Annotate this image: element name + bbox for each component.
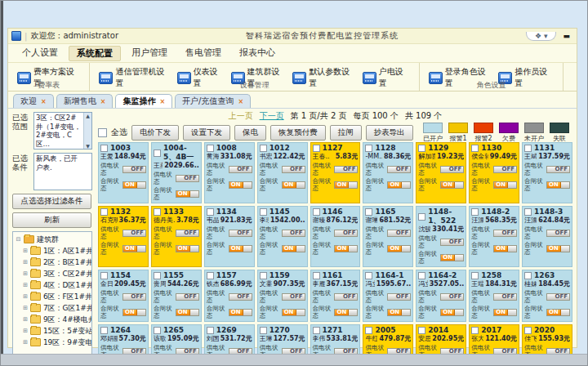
supply-toggle-off[interactable]: OFF [387, 230, 411, 237]
breaker-toggle-on[interactable]: ON [440, 309, 464, 316]
breaker-toggle-on[interactable]: ON [176, 309, 199, 316]
card-checkbox[interactable] [207, 145, 214, 152]
card-checkbox[interactable] [524, 208, 532, 216]
breaker-toggle-on[interactable]: ON [493, 181, 517, 189]
card-checkbox[interactable] [471, 145, 479, 152]
supply-toggle-off[interactable]: OFF [440, 239, 464, 246]
meter-reading-export-button[interactable]: 抄表导出 [366, 125, 413, 141]
expand-icon[interactable]: ⊞ [23, 302, 28, 314]
expand-icon[interactable]: ⊞ [23, 257, 28, 268]
card-checkbox[interactable] [100, 272, 108, 279]
supply-toggle-off[interactable]: OFF [546, 293, 570, 301]
card-checkbox[interactable] [260, 145, 267, 152]
pick-filter-conditions-button[interactable]: 点选选择过滤条件 [12, 194, 91, 209]
supply-toggle-off[interactable]: OFF [387, 293, 411, 301]
tab-new-vending[interactable]: 新增售电× [56, 94, 114, 108]
trip-breaker-button[interactable]: 拉闸 [330, 125, 362, 141]
supply-toggle-off[interactable]: OFF [176, 293, 199, 301]
collapse-icon[interactable]: ⊟ [16, 234, 21, 245]
supply-toggle-off[interactable]: OFF [122, 293, 146, 301]
supply-toggle-off[interactable]: OFF [334, 166, 358, 173]
supply-toggle-off[interactable]: OFF [493, 293, 517, 301]
select-all-checkbox[interactable] [98, 128, 107, 137]
breaker-toggle-on[interactable]: ON [493, 245, 517, 252]
supply-toggle-off[interactable]: OFF [334, 230, 358, 237]
tab-close-icon[interactable]: × [238, 98, 243, 105]
prev-page-link[interactable]: 上一页 [229, 110, 253, 122]
tab-account-recharge-query[interactable]: 开户/充值查询× [175, 94, 251, 108]
card-checkbox[interactable] [260, 272, 267, 279]
card-checkbox[interactable] [524, 327, 532, 334]
menu-item-report-center[interactable]: 报表中心 [232, 46, 283, 61]
supply-toggle-off[interactable]: OFF [493, 166, 517, 173]
breaker-toggle-on[interactable]: ON [229, 181, 252, 189]
expand-icon[interactable]: ⊞ [23, 268, 28, 279]
breaker-toggle-on[interactable]: ON [334, 309, 358, 316]
tree-item-zone2[interactable]: ⊞2区：B区1#井(B区1# [23, 257, 91, 268]
tree-item-zone1[interactable]: ⊞1区：A区1#井 [23, 245, 91, 257]
card-checkbox[interactable] [207, 208, 214, 216]
breaker-toggle-on[interactable]: ON [387, 309, 411, 316]
supply-toggle-off[interactable]: OFF [440, 293, 464, 301]
supply-toggle-off[interactable]: OFF [334, 293, 358, 301]
supply-toggle-off[interactable]: OFF [546, 230, 570, 237]
tab-welcome[interactable]: 欢迎× [13, 94, 54, 108]
supply-toggle-off[interactable]: OFF [122, 166, 146, 173]
next-page-link[interactable]: 下一页 [260, 110, 284, 122]
supply-toggle-off[interactable]: OFF [493, 230, 517, 237]
breaker-toggle-on[interactable]: ON [122, 245, 146, 252]
breaker-toggle-on[interactable]: ON [122, 309, 146, 316]
skin-switch-button[interactable]: ❖ ▾ [526, 32, 556, 41]
supply-toggle-off[interactable]: OFF [229, 166, 252, 173]
breaker-toggle-on[interactable]: ON [122, 181, 146, 189]
tab-batch-monitor-ops[interactable]: 集监操作× [115, 94, 172, 108]
card-checkbox[interactable] [313, 208, 320, 216]
restore-prepaid-button[interactable]: 恢复预付费 [270, 125, 326, 141]
breaker-toggle-on[interactable]: ON [229, 245, 252, 252]
supply-toggle-off[interactable]: OFF [440, 166, 464, 173]
supply-toggle-off[interactable]: OFF [176, 175, 199, 182]
card-checkbox[interactable] [260, 208, 267, 216]
card-checkbox[interactable] [418, 213, 425, 221]
expand-icon[interactable]: ⊞ [23, 337, 28, 348]
card-checkbox[interactable] [365, 208, 372, 216]
scroll-down-icon[interactable]: ▼ [86, 143, 90, 150]
breaker-toggle-on[interactable]: ON [440, 181, 464, 189]
card-checkbox[interactable] [365, 145, 372, 152]
price-download-button[interactable]: 电价下发 [131, 125, 179, 141]
listbox-scrollbar[interactable]: ▲▼ [83, 113, 91, 149]
minimize-button[interactable]: ▬ [559, 32, 573, 40]
tab-close-icon[interactable]: × [159, 98, 165, 105]
scroll-up-icon[interactable]: ▲ [86, 113, 90, 119]
card-checkbox[interactable] [154, 272, 161, 279]
breaker-toggle-on[interactable]: ON [387, 245, 411, 252]
tree-item-zone15[interactable]: ⊞15区：5#变站（3#变 [23, 325, 91, 337]
tab-close-icon[interactable]: × [100, 98, 106, 105]
tree-item-zone6[interactable]: ⊞6区：F区1#井（F区1# [23, 291, 91, 302]
breaker-toggle-on[interactable]: ON [387, 181, 411, 189]
expand-icon[interactable]: ⊞ [23, 314, 28, 325]
card-checkbox[interactable] [365, 327, 372, 334]
tree-root-buildings[interactable]: ⊟建筑群 [16, 234, 91, 245]
card-checkbox[interactable] [100, 145, 108, 152]
card-checkbox[interactable] [471, 272, 479, 279]
breaker-toggle-on[interactable]: ON [546, 245, 570, 252]
expand-icon[interactable]: ⊞ [23, 279, 28, 291]
breaker-toggle-on[interactable]: ON [282, 181, 305, 189]
card-checkbox[interactable] [418, 327, 425, 334]
expand-icon[interactable]: ⊞ [23, 325, 28, 337]
card-checkbox[interactable] [418, 145, 425, 152]
tab-close-icon[interactable]: × [41, 98, 47, 105]
breaker-toggle-on[interactable]: ON [493, 309, 517, 316]
tree-item-zone9[interactable]: ⊞9区：4#楼电井（4#楼 [23, 314, 91, 325]
breaker-toggle-on[interactable]: ON [334, 181, 358, 189]
supply-toggle-off[interactable]: OFF [282, 293, 305, 301]
card-checkbox[interactable] [100, 208, 108, 216]
supply-toggle-off[interactable]: OFF [282, 166, 305, 173]
expand-icon[interactable]: ⊞ [23, 245, 28, 257]
tree-item-zone3[interactable]: ⊞3区：C区2#井（1#变 [23, 268, 91, 279]
selected-range-listbox[interactable]: 3区：C区2#井（1#变电，2#变电，C区… ▲▼ [33, 112, 92, 150]
breaker-toggle-on[interactable]: ON [176, 190, 199, 198]
supply-toggle-off[interactable]: OFF [546, 166, 570, 173]
card-checkbox[interactable] [313, 145, 320, 152]
